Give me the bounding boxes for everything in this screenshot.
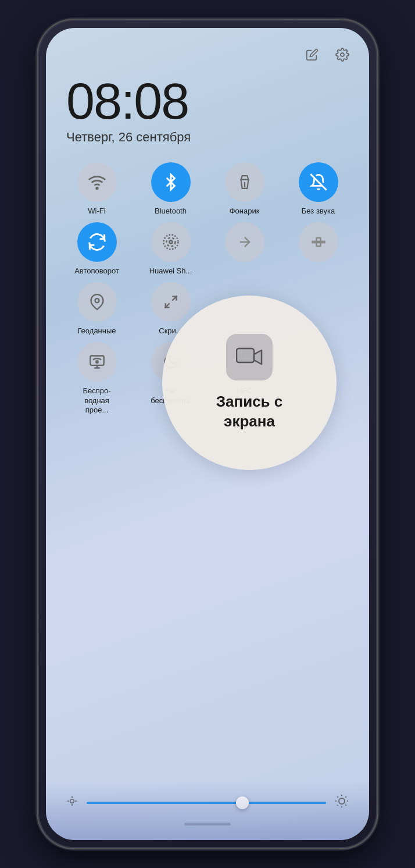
screen-record-overlay[interactable]: Запись сэкрана	[162, 296, 337, 470]
tile-bluetooth[interactable]: Bluetooth	[137, 162, 204, 216]
clock-time: 08:08	[66, 76, 352, 127]
flashlight-icon	[225, 162, 264, 202]
wifi-icon	[77, 162, 117, 202]
settings-icon[interactable]	[333, 45, 352, 64]
svg-point-1	[96, 187, 98, 189]
tile-geodata[interactable]: Геоданные	[63, 282, 130, 336]
tile-autorotate[interactable]: Автоповорот	[63, 222, 130, 276]
wifi-label: Wi-Fi	[88, 207, 105, 216]
autorotate-label: Автоповорот	[74, 266, 119, 276]
silent-label: Без звука	[302, 207, 335, 216]
bottom-gradient	[46, 782, 369, 840]
flashlight-label: Фонарик	[230, 207, 260, 216]
clock-section: 08:08 Четверг, 26 сентября	[63, 76, 352, 145]
wireless-proj-icon	[77, 342, 117, 382]
top-icons-bar	[63, 45, 352, 64]
tiles-row2: Автоповорот Huawei Sh...	[63, 222, 352, 276]
tile-huawei-share[interactable]: Huawei Sh...	[137, 222, 204, 276]
huawei-share-label: Huawei Sh...	[149, 266, 192, 276]
tile-silent[interactable]: Без звука	[285, 162, 352, 216]
silent-icon	[299, 162, 338, 202]
svg-rect-30	[237, 348, 254, 362]
edit-icon[interactable]	[303, 45, 321, 64]
svg-rect-8	[312, 241, 324, 243]
tiles-row1: Wi-Fi Bluetooth	[63, 162, 352, 216]
phone-screen: 08:08 Четверг, 26 сентября Wi-Fi	[46, 28, 369, 840]
bluetooth-icon	[151, 162, 191, 202]
tile-r2-4-icon	[299, 222, 338, 262]
overlay-circle: Запись сэкрана	[162, 296, 337, 470]
svg-point-0	[341, 53, 344, 56]
screen-record-icon	[226, 334, 273, 380]
svg-point-14	[96, 361, 98, 363]
geodata-icon	[77, 282, 117, 322]
tile-wireless-proj[interactable]: Беспро­водная прое...	[63, 342, 130, 416]
bluetooth-label: Bluetooth	[155, 207, 187, 216]
tile-flashlight[interactable]: Фонарик	[211, 162, 278, 216]
svg-point-5	[166, 237, 175, 246]
tile-r2-3[interactable]	[211, 222, 278, 276]
wireless-proj-label: Беспро­водная прое...	[74, 386, 120, 416]
huawei-share-icon	[151, 222, 191, 262]
tile-wifi[interactable]: Wi-Fi	[63, 162, 130, 216]
svg-point-4	[169, 240, 172, 243]
svg-line-3	[310, 174, 327, 190]
tile-r2-3-icon	[225, 222, 264, 262]
geodata-label: Геоданные	[77, 326, 116, 336]
screen-record-label: Запись сэкрана	[216, 392, 283, 432]
clock-date: Четверг, 26 сентября	[66, 130, 352, 145]
phone-frame: 08:08 Четверг, 26 сентября Wi-Fi	[39, 21, 376, 847]
tile-r2-4[interactable]	[285, 222, 352, 276]
autorotate-icon	[77, 222, 117, 262]
svg-point-10	[95, 298, 99, 303]
